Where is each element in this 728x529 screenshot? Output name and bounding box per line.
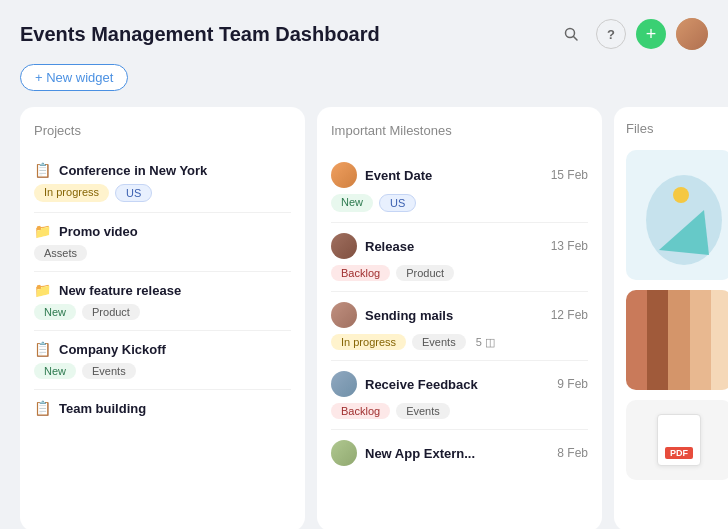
pdf-thumbnail[interactable]: PDF: [626, 400, 728, 480]
milestone-left: Sending mails: [331, 302, 453, 328]
tag-new[interactable]: New: [34, 304, 76, 320]
tag-events[interactable]: Events: [412, 334, 466, 350]
list-item: 📋 Company Kickoff New Events: [34, 331, 291, 390]
folder-icon: 📁: [34, 223, 51, 239]
swatch: [711, 290, 728, 390]
tag-product[interactable]: Product: [396, 265, 454, 281]
avatar: [331, 440, 357, 466]
list-item: 📋 Conference in New York In progress US: [34, 152, 291, 213]
tag[interactable]: Assets: [34, 245, 87, 261]
avatar: [331, 162, 357, 188]
tag-us[interactable]: US: [379, 194, 416, 212]
list-item: Receive Feedback 9 Feb Backlog Events: [331, 361, 588, 430]
milestone-left: Receive Feedback: [331, 371, 478, 397]
tag[interactable]: US: [115, 184, 152, 202]
user-avatar-button[interactable]: [676, 18, 708, 50]
milestone-name: Sending mails: [365, 308, 453, 323]
milestones-panel: Important Milestones Event Date 15 Feb N…: [317, 107, 602, 529]
tag-events[interactable]: Events: [82, 363, 136, 379]
new-widget-button[interactable]: + New widget: [20, 64, 128, 91]
tag-backlog[interactable]: Backlog: [331, 403, 390, 419]
project-header: 📋 Team building: [34, 400, 291, 416]
avatar: [331, 302, 357, 328]
milestone-name: Receive Feedback: [365, 377, 478, 392]
avatar: [331, 233, 357, 259]
help-button[interactable]: ?: [596, 19, 626, 49]
swatch: [668, 290, 689, 390]
project-tags: New Product: [34, 304, 291, 320]
milestone-header: Sending mails 12 Feb: [331, 302, 588, 328]
pdf-label: PDF: [665, 447, 693, 459]
color-swatches-thumbnail[interactable]: [626, 290, 728, 390]
milestone-header: Release 13 Feb: [331, 233, 588, 259]
svg-line-1: [574, 37, 578, 41]
tag-events[interactable]: Events: [396, 403, 450, 419]
search-button[interactable]: [556, 19, 586, 49]
avatar: [331, 371, 357, 397]
svg-point-4: [673, 187, 689, 203]
pdf-icon: PDF: [657, 414, 701, 466]
project-name: Promo video: [59, 224, 138, 239]
project-header: 📁 New feature release: [34, 282, 291, 298]
milestone-date: 15 Feb: [551, 168, 588, 182]
task-icon: 📋: [34, 400, 51, 416]
milestone-left: Event Date: [331, 162, 432, 188]
tag-new[interactable]: New: [34, 363, 76, 379]
milestone-name: Release: [365, 239, 414, 254]
swatch: [690, 290, 711, 390]
milestone-tags: Backlog Product: [331, 265, 588, 281]
file-illustration: [629, 160, 728, 270]
file-thumbnail[interactable]: [626, 150, 728, 280]
milestone-header: Event Date 15 Feb: [331, 162, 588, 188]
swatch: [647, 290, 668, 390]
milestone-header: Receive Feedback 9 Feb: [331, 371, 588, 397]
search-icon: [563, 26, 579, 42]
tag-inprogress[interactable]: In progress: [331, 334, 406, 350]
folder-icon: 📁: [34, 282, 51, 298]
list-item: Release 13 Feb Backlog Product: [331, 223, 588, 292]
project-name: Team building: [59, 401, 146, 416]
project-tags: In progress US: [34, 184, 291, 202]
task-icon: 📋: [34, 341, 51, 357]
header-actions: ? +: [556, 18, 708, 50]
list-item: 📁 Promo video Assets: [34, 213, 291, 272]
tag-new[interactable]: New: [331, 194, 373, 212]
project-header: 📁 Promo video: [34, 223, 291, 239]
tag-backlog[interactable]: Backlog: [331, 265, 390, 281]
project-name: New feature release: [59, 283, 181, 298]
milestone-tags: New US: [331, 194, 588, 212]
files-panel: Files: [614, 107, 728, 529]
milestones-panel-title: Important Milestones: [331, 123, 588, 138]
swatch: [626, 290, 647, 390]
milestone-header: New App Extern... 8 Feb: [331, 440, 588, 466]
milestone-tags: In progress Events 5 ◫: [331, 334, 588, 350]
milestone-name: Event Date: [365, 168, 432, 183]
milestone-date: 9 Feb: [557, 377, 588, 391]
milestone-left: New App Extern...: [331, 440, 475, 466]
avatar: [676, 18, 708, 50]
milestone-extra: 12 Feb: [551, 308, 588, 322]
project-header: 📋 Conference in New York: [34, 162, 291, 178]
projects-panel-title: Projects: [34, 123, 291, 138]
milestone-date: 13 Feb: [551, 239, 588, 253]
tag-product[interactable]: Product: [82, 304, 140, 320]
subtask-count: 5 ◫: [476, 336, 495, 349]
list-item: 📁 New feature release New Product: [34, 272, 291, 331]
tag[interactable]: In progress: [34, 184, 109, 202]
milestone-left: Release: [331, 233, 414, 259]
list-item: New App Extern... 8 Feb: [331, 430, 588, 482]
project-header: 📋 Company Kickoff: [34, 341, 291, 357]
milestone-tags: Backlog Events: [331, 403, 588, 419]
list-item: Sending mails 12 Feb In progress Events …: [331, 292, 588, 361]
milestone-name: New App Extern...: [365, 446, 475, 461]
project-tags: Assets: [34, 245, 291, 261]
milestone-date: 12 Feb: [551, 308, 588, 322]
files-panel-title: Files: [626, 121, 728, 136]
list-item: Event Date 15 Feb New US: [331, 152, 588, 223]
projects-panel: Projects 📋 Conference in New York In pro…: [20, 107, 305, 529]
milestone-date: 8 Feb: [557, 446, 588, 460]
page-title: Events Management Team Dashboard: [20, 23, 380, 46]
add-button[interactable]: +: [636, 19, 666, 49]
main-columns: Projects 📋 Conference in New York In pro…: [20, 107, 708, 529]
project-tags: New Events: [34, 363, 291, 379]
